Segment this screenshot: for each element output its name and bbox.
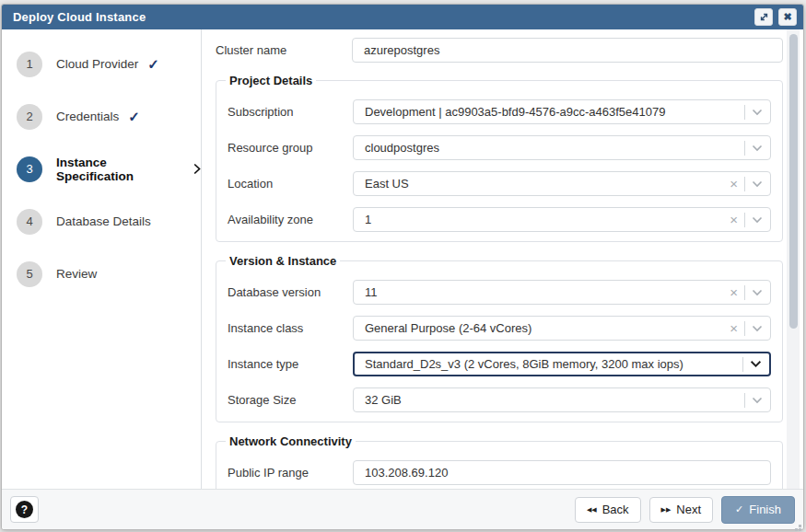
step-done-check-icon: ✓ — [147, 56, 159, 73]
maximize-button[interactable] — [754, 8, 773, 26]
step-number-badge: 5 — [17, 261, 42, 287]
resource-group-row: Resource group cloudpostgres — [228, 135, 771, 160]
database-version-select[interactable]: 11 × — [353, 280, 771, 305]
version-instance-section: Version & Instance Database version 11 ×… — [216, 254, 783, 422]
step-label: Credentials — [56, 110, 119, 123]
clear-icon[interactable]: × — [730, 285, 738, 299]
dialog-titlebar: Deploy Cloud Instance ✖ — [2, 5, 803, 29]
storage-size-select[interactable]: 32 GiB — [353, 387, 771, 412]
chevron-down-icon[interactable] — [752, 109, 763, 116]
public-ip-range-input[interactable]: 103.208.69.120 — [353, 460, 771, 485]
step-label: Cloud Provider — [56, 57, 138, 71]
cluster-name-value: azurepostgres — [364, 43, 439, 57]
availability-zone-row: Availability zone 1 × — [228, 207, 771, 232]
back-button[interactable]: ◀◀ Back — [575, 497, 641, 523]
availability-zone-label: Availability zone — [228, 213, 353, 226]
instance-specification-form: Cluster name azurepostgres Project Detai… — [202, 29, 803, 489]
subscription-select[interactable]: Development | ac9903a5-bfd9-4576-a9cc-a4… — [353, 99, 771, 124]
location-select[interactable]: East US × — [353, 171, 771, 196]
next-button[interactable]: ▶▶ Next — [649, 497, 714, 523]
subscription-label: Subscription — [228, 105, 353, 119]
finish-button[interactable]: ✓ Finish — [721, 496, 795, 524]
select-separator — [744, 213, 745, 227]
database-version-label: Database version — [228, 285, 353, 299]
step-review[interactable]: 5 Review — [2, 248, 201, 300]
clear-icon[interactable]: × — [730, 213, 738, 226]
wizard-sidebar: 1 Cloud Provider ✓ 2 Credentials ✓ 3 Ins… — [2, 29, 202, 489]
instance-class-select[interactable]: General Purpose (2-64 vCores) × — [353, 316, 771, 341]
storage-size-value: 32 GiB — [365, 393, 744, 407]
next-icon: ▶▶ — [661, 506, 672, 514]
maximize-icon — [759, 12, 769, 22]
public-ip-range-value: 103.208.69.120 — [365, 466, 448, 480]
instance-type-select[interactable]: Standard_D2s_v3 (2 vCores, 8GiB memory, … — [353, 352, 771, 376]
chevron-down-icon[interactable] — [752, 145, 763, 152]
subscription-row: Subscription Development | ac9903a5-bfd9… — [228, 99, 771, 124]
select-separator — [744, 321, 745, 336]
resource-group-label: Resource group — [228, 141, 353, 155]
finish-button-label: Finish — [749, 503, 781, 516]
public-ip-range-row: Public IP range 103.208.69.120 — [228, 460, 771, 485]
close-button[interactable]: ✖ — [778, 8, 797, 26]
step-number-badge: 2 — [17, 104, 42, 130]
step-instance-specification[interactable]: 3 Instance Specification — [2, 143, 201, 195]
step-cloud-provider[interactable]: 1 Cloud Provider ✓ — [2, 38, 201, 90]
cluster-name-label: Cluster name — [216, 43, 352, 57]
dialog-content: 1 Cloud Provider ✓ 2 Credentials ✓ 3 Ins… — [2, 29, 803, 489]
location-label: Location — [228, 177, 353, 191]
step-number-badge: 1 — [17, 52, 42, 77]
version-instance-heading: Version & Instance — [226, 254, 340, 268]
finish-check-icon: ✓ — [735, 503, 743, 515]
storage-size-row: Storage Size 32 GiB — [228, 387, 771, 412]
next-button-label: Next — [676, 503, 701, 516]
deploy-cloud-instance-dialog: Deploy Cloud Instance ✖ 1 Cloud — [1, 4, 804, 530]
step-number-badge: 4 — [17, 209, 42, 235]
project-details-section: Project Details Subscription Development… — [216, 74, 783, 242]
chevron-down-icon[interactable] — [750, 360, 762, 368]
instance-type-row: Instance type Standard_D2s_v3 (2 vCores,… — [228, 352, 771, 376]
step-active-chevron-right-icon — [193, 163, 201, 175]
help-icon: ? — [16, 501, 33, 518]
chevron-down-icon[interactable] — [752, 325, 763, 332]
instance-class-row: Instance class General Purpose (2-64 vCo… — [228, 316, 771, 341]
chevron-down-icon[interactable] — [752, 216, 763, 224]
cluster-name-row: Cluster name azurepostgres — [216, 38, 783, 63]
cluster-name-input[interactable]: azurepostgres — [352, 38, 783, 63]
step-database-details[interactable]: 4 Database Details — [2, 195, 201, 248]
select-separator — [744, 393, 745, 408]
location-value: East US — [365, 177, 730, 191]
help-button[interactable]: ? — [10, 496, 39, 523]
instance-class-label: Instance class — [228, 321, 353, 335]
location-row: Location East US × — [228, 171, 771, 196]
select-separator — [744, 105, 745, 120]
clear-icon[interactable]: × — [730, 321, 738, 335]
step-done-check-icon: ✓ — [128, 109, 140, 125]
clear-icon[interactable]: × — [730, 177, 738, 191]
network-connectivity-section: Network Connectivity Public IP range 103… — [216, 434, 783, 489]
chevron-down-icon[interactable] — [752, 289, 763, 296]
form-scrollbar[interactable] — [787, 29, 800, 489]
instance-type-label: Instance type — [228, 357, 353, 371]
resize-grip[interactable] — [799, 525, 801, 527]
project-details-heading: Project Details — [226, 74, 316, 87]
resource-group-value: cloudpostgres — [365, 141, 744, 155]
close-icon: ✖ — [783, 12, 791, 22]
network-connectivity-heading: Network Connectivity — [226, 434, 356, 448]
step-label: Review — [56, 267, 97, 281]
chevron-down-icon[interactable] — [752, 397, 763, 404]
step-number-badge: 3 — [17, 156, 42, 182]
select-separator — [742, 357, 743, 372]
public-ip-range-label: Public IP range — [228, 466, 353, 480]
database-version-row: Database version 11 × — [228, 280, 771, 305]
chevron-down-icon[interactable] — [752, 180, 763, 188]
database-version-value: 11 — [365, 285, 730, 299]
step-credentials[interactable]: 2 Credentials ✓ — [2, 90, 201, 143]
resource-group-select[interactable]: cloudpostgres — [353, 135, 771, 160]
form-scrollbar-thumb[interactable] — [789, 34, 798, 329]
select-separator — [744, 141, 745, 156]
instance-type-value: Standard_D2s_v3 (2 vCores, 8GiB memory, … — [365, 357, 742, 371]
storage-size-label: Storage Size — [228, 393, 353, 407]
select-separator — [744, 177, 745, 191]
availability-zone-select[interactable]: 1 × — [353, 207, 771, 232]
select-separator — [744, 285, 745, 300]
